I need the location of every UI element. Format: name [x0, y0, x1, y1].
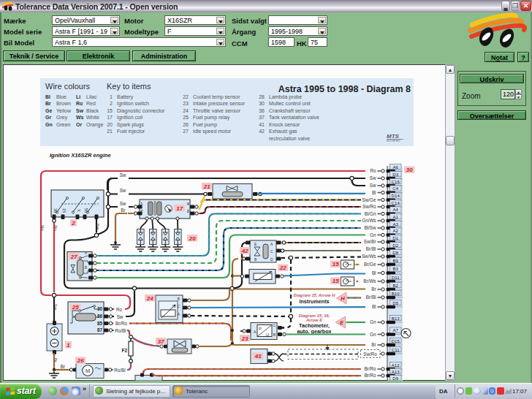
- svg-text:17: 17: [107, 115, 113, 120]
- svg-text:37: 37: [259, 115, 265, 120]
- svg-text:Battery: Battery: [117, 94, 134, 100]
- svg-text:Br/Ro: Br/Ro: [115, 321, 128, 326]
- svg-text:Gn: Gn: [370, 332, 376, 337]
- svg-text:22: 22: [183, 94, 189, 99]
- svg-text:Br: Br: [371, 286, 376, 292]
- svg-text:27: 27: [70, 254, 77, 260]
- svg-text:1: 1: [66, 342, 70, 349]
- svg-text:25: 25: [183, 115, 189, 120]
- svg-text:Yellow: Yellow: [56, 108, 72, 113]
- svg-text:Sw: Sw: [120, 188, 126, 193]
- svg-text:Blue: Blue: [56, 94, 66, 99]
- svg-text:Fuel pump relay: Fuel pump relay: [193, 115, 230, 121]
- svg-text:Br/Ge: Br/Ge: [364, 262, 376, 267]
- svg-text:Gn: Gn: [370, 319, 376, 324]
- svg-text:Crankshaft sensor: Crankshaft sensor: [269, 108, 311, 113]
- svg-text:1: 1: [110, 94, 113, 99]
- svg-text:Li: Li: [76, 94, 80, 99]
- svg-text:27: 27: [183, 129, 189, 134]
- svg-text:Green: Green: [56, 122, 71, 127]
- svg-text:Bl: Bl: [45, 94, 50, 99]
- svg-text:50: 50: [84, 208, 88, 213]
- svg-text:D15: D15: [392, 338, 400, 343]
- svg-text:Ro/Bl: Ro/Bl: [114, 368, 125, 373]
- svg-text:21: 21: [107, 129, 113, 134]
- svg-text:85: 85: [97, 321, 103, 326]
- svg-text:Sw: Sw: [120, 172, 126, 178]
- svg-text:17: 17: [176, 205, 183, 212]
- svg-text:36: 36: [259, 108, 265, 113]
- svg-text:A7: A7: [392, 327, 398, 332]
- svg-text:86: 86: [97, 314, 103, 319]
- svg-text:20: 20: [107, 122, 113, 127]
- svg-text:H: H: [341, 295, 345, 302]
- svg-text:26: 26: [77, 357, 84, 364]
- svg-text:Fuel injector: Fuel injector: [117, 129, 145, 134]
- svg-text:D5: D5: [392, 300, 398, 305]
- svg-text:Sw: Sw: [370, 175, 376, 180]
- svg-text:A6: A6: [392, 164, 398, 170]
- svg-text:A12: A12: [392, 362, 400, 368]
- svg-text:Throttle valve sensor: Throttle valve sensor: [193, 108, 241, 113]
- svg-text:A4: A4: [392, 207, 398, 212]
- svg-text:Sw: Sw: [120, 201, 126, 206]
- svg-text:B: B: [85, 266, 87, 270]
- svg-text:A1: A1: [392, 214, 398, 219]
- svg-text:Br/Ws: Br/Ws: [363, 278, 376, 284]
- svg-text:Red: Red: [86, 101, 96, 106]
- svg-text:41: 41: [254, 353, 262, 360]
- svg-text:24: 24: [183, 108, 189, 113]
- svg-text:recirculation valve: recirculation valve: [269, 136, 310, 141]
- svg-text:2: 2: [110, 101, 113, 106]
- svg-text:42: 42: [259, 129, 265, 134]
- svg-text:U: U: [266, 332, 269, 337]
- svg-text:23: 23: [183, 101, 189, 106]
- svg-text:B9: B9: [392, 258, 398, 263]
- svg-text:Tank ventalation valve: Tank ventalation valve: [269, 115, 319, 120]
- svg-text:3: 3: [187, 209, 189, 213]
- svg-text:Lambda probe: Lambda probe: [269, 94, 302, 100]
- svg-text:C: C: [273, 323, 276, 327]
- svg-text:D9: D9: [392, 376, 398, 381]
- svg-text:Sw/Ro: Sw/Ro: [362, 204, 376, 209]
- svg-text:Bl: Bl: [372, 304, 376, 309]
- svg-text:D3: D3: [392, 172, 398, 177]
- svg-text:Spark plugs: Spark plugs: [117, 122, 144, 128]
- svg-text:Sw: Sw: [53, 304, 58, 311]
- svg-text:Black: Black: [86, 108, 99, 113]
- svg-text:25: 25: [72, 304, 79, 311]
- svg-text:Wire colours: Wire colours: [45, 82, 91, 91]
- svg-text:Br/Bl: Br/Bl: [366, 246, 376, 251]
- svg-text:Knock sensor: Knock sensor: [269, 122, 300, 127]
- svg-text:Or: Or: [76, 122, 82, 127]
- svg-text:Ignition coil: Ignition coil: [117, 115, 142, 121]
- svg-text:2: 2: [71, 220, 75, 227]
- svg-text:Ws: Ws: [76, 115, 84, 120]
- svg-text:B3: B3: [392, 266, 398, 271]
- svg-text:A: A: [85, 251, 87, 255]
- svg-text:Sw: Sw: [96, 224, 100, 230]
- svg-text:Diagram 15, Arrow H: Diagram 15, Arrow H: [294, 293, 336, 297]
- svg-text:C16: C16: [392, 179, 400, 184]
- svg-text:15: 15: [62, 208, 66, 213]
- svg-text:Ge: Ge: [45, 108, 52, 113]
- svg-text:A2: A2: [392, 228, 398, 233]
- svg-text:Fuel pump: Fuel pump: [193, 122, 217, 128]
- svg-text:Coolant temp sensor: Coolant temp sensor: [193, 94, 240, 100]
- svg-text:20: 20: [189, 235, 196, 242]
- svg-text:Orange: Orange: [86, 122, 103, 128]
- svg-text:C14: C14: [392, 200, 400, 205]
- svg-text:C: C: [177, 304, 180, 308]
- svg-text:D8: D8: [392, 250, 398, 255]
- svg-text:Diagnostic connector: Diagnostic connector: [117, 108, 165, 114]
- svg-text:D11: D11: [392, 275, 400, 280]
- svg-text:Gr: Gr: [45, 115, 51, 120]
- svg-text:Sw/Ro: Sw/Ro: [363, 352, 377, 357]
- svg-text:Ignition X16SZR engine: Ignition X16SZR engine: [50, 152, 111, 159]
- svg-text:30: 30: [53, 208, 58, 213]
- svg-text:Ro/Bl: Ro/Bl: [115, 328, 126, 333]
- svg-text:White: White: [86, 115, 99, 120]
- svg-text:Gn: Gn: [45, 122, 53, 127]
- svg-text:Ro: Ro: [370, 168, 376, 173]
- svg-text:Br: Br: [45, 101, 51, 106]
